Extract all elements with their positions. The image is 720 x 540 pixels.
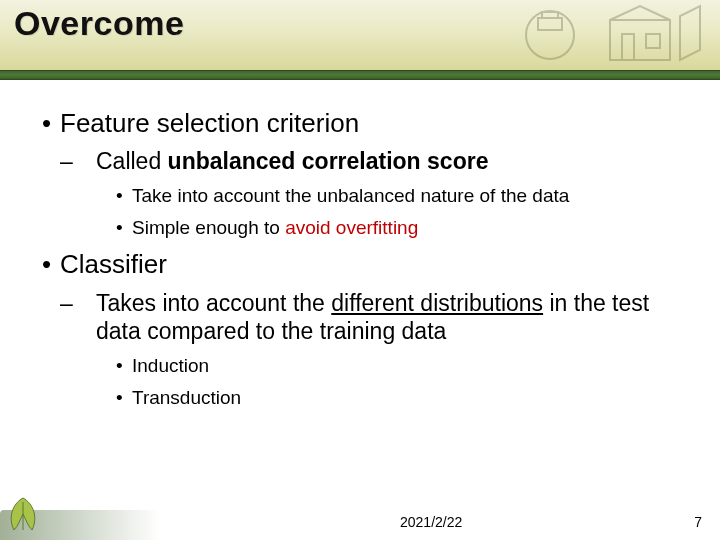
bullet-feature-selection: •Feature selection criterion [42, 108, 690, 139]
title-band: Overcome [0, 0, 720, 70]
bullet-dot-icon: • [42, 249, 60, 280]
bullet-dot-icon: • [116, 184, 132, 208]
bullet-classifier: •Classifier [42, 249, 690, 280]
subsub-text: Transduction [132, 387, 241, 408]
subbullet-text-underline: different distributions [331, 290, 543, 316]
subbullet-different-distributions: –Takes into account the different distri… [78, 289, 690, 347]
bullet-dot-icon: • [42, 108, 60, 139]
bullet-text: Feature selection criterion [60, 108, 359, 138]
slide-title: Overcome [14, 4, 706, 43]
bullet-dot-icon: • [116, 354, 132, 378]
subsub-text: Take into account the unbalanced nature … [132, 185, 569, 206]
subsub-text-red: avoid overfitting [285, 217, 418, 238]
subbullet-text-pre: Takes into account the [96, 290, 331, 316]
bullet-dot-icon: • [116, 216, 132, 240]
subsub-unbalanced-nature: •Take into account the unbalanced nature… [116, 184, 690, 208]
slide-body: •Feature selection criterion –Called unb… [0, 80, 720, 410]
footer-page-number: 7 [694, 514, 702, 530]
bullet-text: Classifier [60, 249, 167, 279]
subbullet-text-bold: unbalanced correlation score [168, 148, 489, 174]
subbullet-text-pre: Called [96, 148, 168, 174]
footer-date: 2021/2/22 [400, 514, 462, 530]
subsub-text-pre: Simple enough to [132, 217, 285, 238]
dash-icon: – [78, 289, 96, 318]
subsub-avoid-overfitting: •Simple enough to avoid overfitting [116, 216, 690, 240]
dash-icon: – [78, 147, 96, 176]
subsub-text: Induction [132, 355, 209, 376]
leaf-logo-icon [6, 496, 40, 536]
subbullet-called-ucs: –Called unbalanced correlation score [78, 147, 690, 176]
slide: Overcome •Feature selection criterion –C… [0, 0, 720, 540]
subsub-transduction: •Transduction [116, 386, 690, 410]
subsub-induction: •Induction [116, 354, 690, 378]
bullet-dot-icon: • [116, 386, 132, 410]
accent-bar [0, 70, 720, 80]
footer: 2021/2/22 7 [0, 492, 720, 540]
